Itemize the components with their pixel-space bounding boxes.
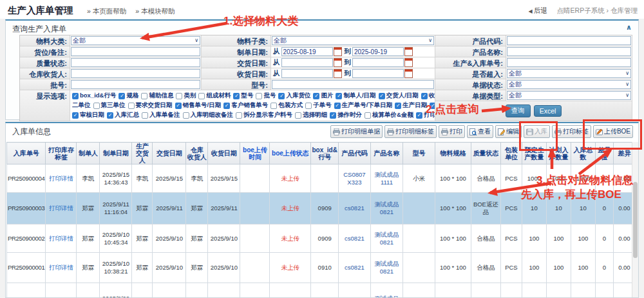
text-input-产品代码[interactable] [507, 36, 631, 45]
column-header[interactable]: box_id&行号 [311, 143, 338, 164]
column-header[interactable]: 入库总数 [571, 143, 595, 164]
print-detail-link[interactable]: 打印详情 [49, 204, 73, 212]
column-header[interactable]: 交货日期 [153, 143, 186, 164]
checkbox-option[interactable]: ✓收货人/日期 [421, 92, 435, 100]
column-header[interactable]: boe上传时间 [240, 143, 270, 164]
checkbox-option[interactable]: ✓制单人/日期 [336, 92, 375, 100]
checkbox-checked[interactable]: ✓ [336, 93, 342, 99]
checkbox-unchecked[interactable] [141, 93, 147, 99]
column-header[interactable]: 预定生 产数量 [522, 143, 546, 164]
checkbox-unchecked[interactable] [365, 112, 371, 119]
checkbox-option[interactable]: ✓自定义生产单号 [430, 101, 435, 110]
column-header[interactable]: 产品名称 [370, 143, 402, 164]
date-to-input[interactable] [352, 58, 404, 67]
scrollbar-thumb[interactable] [633, 182, 638, 258]
table-row[interactable]: PR250900004打印详情李凯2025/9/15 14:36:43李凯202… [7, 164, 636, 193]
checkbox-option[interactable]: 要求交货日期 [128, 101, 173, 110]
checkbox-option[interactable]: ✓box_id&行号 [72, 92, 116, 100]
date-to-input[interactable]: 2025-09-19 [352, 47, 404, 56]
toolbar-button-上传BOE[interactable]: 上传BOE [593, 125, 633, 138]
checkbox-checked[interactable]: ✓ [107, 112, 113, 119]
checkbox-option[interactable]: ✓打印库存标签 [416, 111, 435, 119]
toolbar-button-编辑[interactable]: 编辑 [495, 125, 522, 138]
column-header[interactable]: 打印库存标签 [46, 143, 77, 164]
toolbar-button-打印明细单据[interactable]: 打印明细单据 [330, 125, 383, 138]
checkbox-option[interactable]: 二单位 [72, 101, 91, 110]
column-header[interactable]: 仓库 收货人 [186, 143, 208, 164]
toolbar-button-打印[interactable]: 打印 [439, 125, 465, 138]
text-input-型号[interactable] [272, 80, 434, 89]
checkbox-option[interactable]: ✓生产日期 [395, 101, 427, 110]
checkbox-checked[interactable]: ✓ [223, 103, 230, 109]
checkbox-unchecked[interactable] [128, 103, 135, 109]
column-header[interactable]: 质量状态 [471, 143, 500, 164]
checkbox-option[interactable]: 第三单位 [93, 101, 126, 110]
table-scrollbar[interactable] [632, 142, 638, 298]
module-help-link[interactable]: » 本模块帮助 [135, 7, 175, 15]
checkbox-option[interactable]: 批号 [256, 92, 276, 100]
checkbox-unchecked[interactable] [236, 112, 242, 119]
checkbox-unchecked[interactable] [93, 103, 100, 109]
checkbox-option[interactable]: 拆分显示客户料号 [236, 111, 292, 119]
calendar-icon[interactable] [404, 58, 413, 67]
column-header[interactable]: 差异值 [595, 143, 613, 164]
print-detail-link[interactable]: 打印详情 [49, 235, 73, 242]
checkbox-option[interactable]: ✓客户销售单号 [223, 101, 268, 110]
column-header[interactable]: 产品代码 [338, 143, 370, 164]
checkbox-unchecked[interactable] [270, 103, 277, 109]
text-input-生产&入库单号[interactable] [507, 58, 631, 67]
checkbox-unchecked[interactable] [198, 93, 205, 99]
doc-type-select[interactable]: 全部 ∨ [507, 91, 631, 100]
checkbox-checked[interactable]: ✓ [379, 93, 385, 99]
dropdown-是否超入[interactable]: 全部∨ [507, 69, 631, 78]
column-header[interactable]: 入库单号 [7, 143, 46, 164]
checkbox-option[interactable]: ✓交货人/日期 [379, 92, 419, 100]
checkbox-option[interactable]: 入库单备注 [142, 111, 180, 119]
checkbox-checked[interactable]: ✓ [175, 103, 182, 109]
excel-button[interactable]: Excel [534, 105, 562, 117]
checkbox-option[interactable]: 核算单价&金额 [365, 111, 413, 119]
calendar-icon[interactable] [404, 47, 413, 56]
checkbox-option[interactable]: 组成材料 [198, 92, 231, 100]
checkbox-checked[interactable]: ✓ [416, 112, 422, 119]
checkbox-option[interactable]: 包装方式 [270, 101, 303, 110]
checkbox-checked[interactable]: ✓ [118, 93, 125, 99]
checkbox-option[interactable]: ✓型号 [233, 92, 253, 100]
table-row[interactable]: PR250900001打印详情郑霖2025/9/10 10:38:21郑霖202… [7, 253, 636, 283]
dropdown-物料大类[interactable]: 全部∨ [71, 36, 200, 45]
search-button[interactable]: 查询 [506, 104, 531, 117]
column-header[interactable]: 物料规格 [435, 143, 471, 164]
checkbox-checked[interactable]: ✓ [421, 93, 428, 99]
checkbox-checked[interactable]: ✓ [430, 103, 435, 109]
text-input-质量状态[interactable] [71, 58, 200, 67]
checkbox-option[interactable]: ✓入库货位 [278, 92, 310, 100]
checkbox-option[interactable]: 子单号 [305, 101, 332, 110]
text-input-仓库收货人[interactable] [71, 69, 200, 78]
checkbox-option[interactable]: 入库明细改备注 [183, 111, 234, 119]
checkbox-unchecked[interactable] [142, 112, 148, 119]
checkbox-option[interactable]: ✓生产单号/下单日期 [334, 101, 393, 110]
toolbar-button-查看[interactable]: 查看 [467, 125, 493, 138]
checkbox-checked[interactable]: ✓ [313, 93, 319, 99]
print-detail-link[interactable]: 打印详情 [49, 264, 73, 271]
text-input-产品名称[interactable] [507, 47, 631, 56]
column-header[interactable]: boe上传状态 [270, 143, 311, 164]
toolbar-button-打印明细标签[interactable]: 打印明细标签 [384, 125, 437, 138]
table-row[interactable]: PR250900002打印详情郑霖2025/9/10 10:45:34郑霖202… [7, 224, 636, 253]
text-input-货位/备注[interactable] [71, 47, 200, 56]
column-header[interactable]: 生产 交货人 [132, 143, 153, 164]
calendar-icon[interactable] [334, 69, 342, 78]
column-header[interactable]: 计划入 库数量 [546, 143, 571, 164]
checkbox-unchecked[interactable] [305, 103, 312, 109]
checkbox-unchecked[interactable] [295, 112, 301, 119]
date-from-input[interactable]: 2025-08-19 [281, 47, 333, 56]
checkbox-unchecked[interactable] [183, 112, 189, 119]
dropdown-物料子类[interactable]: 全部∨ [272, 36, 434, 45]
checkbox-option[interactable]: 辅助信息 [141, 92, 173, 100]
page-help-link[interactable]: » 本页面帮助 [87, 7, 126, 15]
table-row[interactable]: PR2500035打印详情郑霖2025/8/22 15:43:58郑霖2025/… [7, 283, 636, 298]
checkbox-option[interactable]: ✓规格 [118, 92, 138, 100]
date-to-input[interactable] [352, 69, 404, 78]
checkbox-unchecked[interactable] [256, 93, 262, 99]
print-detail-link[interactable]: 打印详情 [49, 175, 73, 182]
